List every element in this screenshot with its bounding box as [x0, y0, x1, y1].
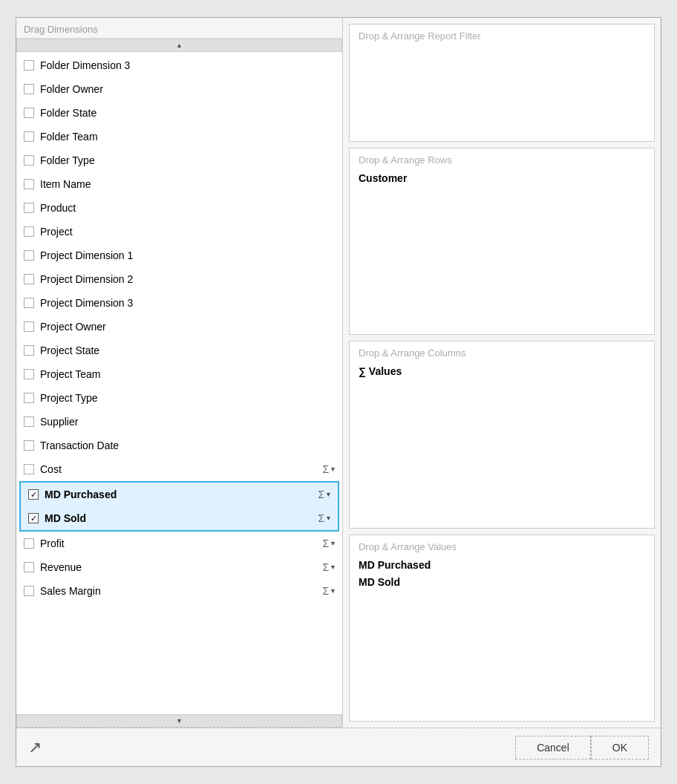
- checkbox[interactable]: [24, 155, 34, 166]
- checkbox[interactable]: [24, 586, 34, 596]
- value-item: MD Sold: [359, 574, 645, 592]
- list-item[interactable]: Project Team: [16, 362, 342, 386]
- dimension-label: Cost: [40, 463, 319, 475]
- list-item[interactable]: Project State: [16, 339, 342, 362]
- rows-zone[interactable]: Drop & Arrange Rows Customer: [349, 148, 655, 335]
- checkbox[interactable]: [24, 131, 34, 142]
- dimension-label: Sales Margin: [40, 585, 319, 597]
- dimension-label: MD Purchased: [45, 489, 315, 500]
- rows-content: Customer: [359, 170, 645, 188]
- resize-arrow-icon: ↗: [28, 738, 42, 757]
- pivot-dialog: Drag Dimensions ▲ Folder Dimension 3Fold…: [16, 17, 661, 767]
- columns-zone[interactable]: Drop & Arrange Columns ∑ Values: [349, 341, 655, 528]
- list-item[interactable]: Sales MarginΣ▼: [16, 579, 342, 603]
- dimension-label: Product: [40, 202, 336, 214]
- dimension-label: Project Type: [40, 392, 336, 404]
- checkbox[interactable]: [24, 298, 34, 308]
- list-item[interactable]: Folder Team: [16, 125, 342, 148]
- value-item: MD Purchased: [359, 557, 645, 575]
- checkbox[interactable]: [24, 60, 34, 71]
- dialog-footer: ↗ Cancel OK: [16, 728, 661, 766]
- report-filter-title: Drop & Arrange Report Filter: [359, 30, 645, 42]
- dimension-label: Project: [40, 226, 336, 238]
- scroll-down-arrow[interactable]: ▼: [16, 714, 342, 728]
- checkbox[interactable]: [24, 108, 34, 118]
- dimension-label: Folder Type: [40, 154, 336, 166]
- dimension-label: Revenue: [40, 561, 319, 573]
- dimension-label: Supplier: [40, 416, 336, 428]
- checkbox[interactable]: [24, 321, 34, 332]
- checkbox[interactable]: ✓: [28, 489, 39, 500]
- dimension-label: MD Sold: [45, 512, 315, 524]
- ok-button[interactable]: OK: [591, 736, 649, 760]
- column-item: ∑ Values: [359, 363, 645, 381]
- drag-dimensions-header: Drag Dimensions: [16, 18, 342, 39]
- list-item[interactable]: Folder Dimension 3: [16, 53, 342, 77]
- values-title: Drop & Arrange Values: [359, 541, 645, 552]
- list-item[interactable]: Folder Type: [16, 148, 342, 172]
- dimension-label: Project Team: [40, 368, 336, 380]
- dimension-label: Folder Owner: [40, 83, 336, 95]
- dimension-label: Transaction Date: [40, 440, 336, 451]
- checkbox[interactable]: [24, 179, 34, 189]
- checkbox[interactable]: [24, 369, 34, 379]
- list-item[interactable]: CostΣ▼: [16, 457, 342, 481]
- dimension-label: Folder State: [40, 107, 336, 119]
- list-item[interactable]: Project Dimension 1: [16, 244, 342, 267]
- scroll-up-arrow[interactable]: ▲: [16, 39, 342, 52]
- checkbox[interactable]: [24, 464, 34, 474]
- list-item[interactable]: ✓MD SoldΣ▼: [21, 506, 338, 530]
- list-item[interactable]: Item Name: [16, 172, 342, 196]
- dimension-label: Project Owner: [40, 321, 336, 333]
- dimension-label: Folder Team: [40, 131, 336, 143]
- sigma-button[interactable]: Σ▼: [322, 585, 336, 597]
- list-item[interactable]: RevenueΣ▼: [16, 555, 342, 579]
- sigma-button[interactable]: Σ▼: [322, 463, 336, 475]
- dimension-label: Project State: [40, 344, 336, 356]
- checkbox[interactable]: [24, 562, 34, 572]
- report-filter-zone[interactable]: Drop & Arrange Report Filter: [349, 24, 655, 142]
- checkbox[interactable]: [24, 274, 34, 284]
- sigma-button[interactable]: Σ▼: [322, 561, 336, 573]
- checkbox[interactable]: [24, 203, 34, 213]
- right-panel: Drop & Arrange Report Filter Drop & Arra…: [343, 18, 661, 728]
- checkbox[interactable]: [24, 84, 34, 94]
- sigma-button[interactable]: Σ▼: [318, 512, 332, 524]
- checkbox[interactable]: [24, 416, 34, 427]
- checkbox[interactable]: [24, 538, 34, 549]
- list-item[interactable]: Folder State: [16, 101, 342, 125]
- list-item[interactable]: Project Owner: [16, 315, 342, 339]
- list-item[interactable]: Supplier: [16, 410, 342, 434]
- columns-title: Drop & Arrange Columns: [359, 347, 645, 359]
- cancel-button[interactable]: Cancel: [515, 736, 591, 760]
- checkbox[interactable]: [24, 440, 34, 451]
- list-item[interactable]: Folder Owner: [16, 77, 342, 101]
- dimension-label: Project Dimension 2: [40, 273, 336, 285]
- left-panel: Drag Dimensions ▲ Folder Dimension 3Fold…: [16, 18, 343, 728]
- list-item[interactable]: Project Type: [16, 386, 342, 410]
- columns-content: ∑ Values: [359, 363, 645, 381]
- list-item[interactable]: Project Dimension 3: [16, 291, 342, 315]
- list-item[interactable]: ProfitΣ▼: [16, 532, 342, 555]
- list-item[interactable]: Project Dimension 2: [16, 267, 342, 291]
- dimension-label: Profit: [40, 538, 319, 549]
- checkbox[interactable]: [24, 393, 34, 403]
- dimension-list-wrapper: Folder Dimension 3Folder OwnerFolder Sta…: [16, 52, 342, 714]
- rows-title: Drop & Arrange Rows: [359, 154, 645, 166]
- list-item[interactable]: Project: [16, 220, 342, 244]
- list-item[interactable]: Transaction Date: [16, 434, 342, 457]
- checkbox[interactable]: ✓: [28, 513, 39, 523]
- values-content: MD PurchasedMD Sold: [359, 557, 645, 592]
- checkbox[interactable]: [24, 226, 34, 237]
- dimension-label: Item Name: [40, 178, 336, 190]
- list-item[interactable]: ✓MD PurchasedΣ▼: [21, 483, 338, 506]
- checkbox[interactable]: [24, 345, 34, 356]
- list-item[interactable]: Product: [16, 196, 342, 220]
- sigma-button[interactable]: Σ▼: [318, 489, 332, 500]
- sigma-button[interactable]: Σ▼: [322, 538, 336, 549]
- checkbox[interactable]: [24, 250, 34, 261]
- footer-buttons: Cancel OK: [515, 736, 649, 760]
- values-zone[interactable]: Drop & Arrange Values MD PurchasedMD Sol…: [349, 535, 655, 722]
- row-item: Customer: [359, 170, 645, 188]
- dialog-body: Drag Dimensions ▲ Folder Dimension 3Fold…: [16, 18, 661, 728]
